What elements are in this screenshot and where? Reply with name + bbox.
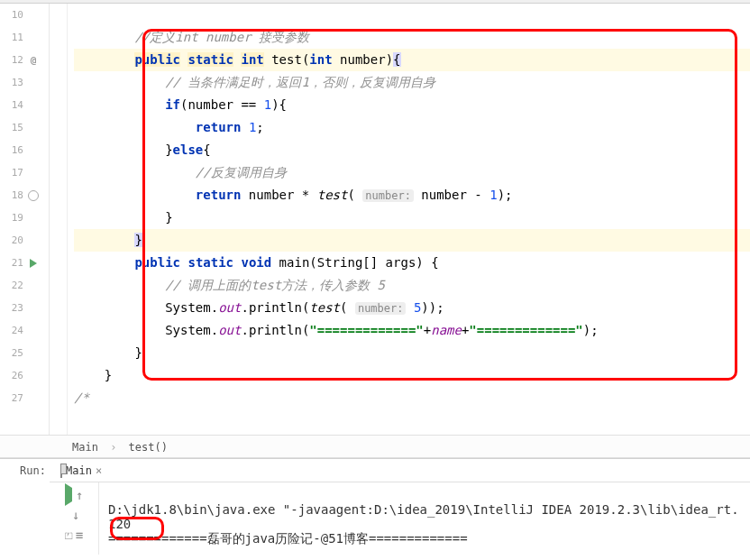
code-line[interactable]: /*: [74, 387, 750, 409]
run-toolbar: ↑ ↓ ⏍ ≡: [50, 482, 99, 555]
line-number: 20: [5, 229, 23, 252]
code-line[interactable]: if(number == 1){: [74, 94, 750, 116]
line-number: 21: [5, 252, 23, 274]
code-line[interactable]: public static int test(int number){: [74, 49, 750, 71]
line-number: 23: [5, 297, 23, 319]
line-number: 27: [5, 387, 23, 409]
code-line[interactable]: }: [74, 207, 750, 229]
override-icon[interactable]: @: [27, 49, 40, 71]
code-line[interactable]: //定义int number 接受参数: [74, 26, 750, 49]
run-tab-label: Main: [66, 464, 92, 477]
code-line[interactable]: }: [74, 364, 750, 387]
code-line[interactable]: return 1;: [74, 116, 750, 139]
editor-container: 10 11 12@ 13 14 15 16 17 18 19 20 21 22 …: [0, 4, 750, 435]
gutter: 10 11 12@ 13 14 15 16 17 18 19 20 21 22 …: [0, 4, 50, 435]
run-gutter-icon[interactable]: [27, 259, 40, 268]
breadcrumb[interactable]: Main › test(): [0, 435, 750, 458]
line-number: 24: [5, 319, 23, 342]
run-panel: Run: Main × ↑ ↓ ⏍ ≡: [0, 458, 750, 557]
code-line[interactable]: [74, 4, 750, 26]
line-number: 15: [5, 116, 23, 139]
line-number: 13: [5, 71, 23, 94]
line-number: 12: [5, 49, 23, 71]
run-panel-label: Run:: [0, 459, 50, 557]
line-number: 26: [5, 364, 23, 387]
close-icon[interactable]: ×: [96, 464, 102, 477]
line-number: 25: [5, 342, 23, 364]
console-line: =============磊哥的java历险记-@51博客===========…: [108, 531, 468, 546]
run-console[interactable]: D:\jdk1.8\bin\java.exe "-javaagent:D:\id…: [99, 482, 750, 555]
line-number: 17: [5, 161, 23, 184]
rerun-icon[interactable]: [65, 488, 72, 502]
scroll-down-icon[interactable]: ↓: [72, 508, 79, 522]
console-line: D:\jdk1.8\bin\java.exe "-javaagent:D:\id…: [108, 502, 739, 517]
layout-icon: [60, 464, 62, 477]
breadcrumb-item[interactable]: Main: [72, 441, 98, 454]
code-line[interactable]: // 当条件满足时，返回1，否则，反复调用自身: [74, 71, 750, 94]
fold-margin[interactable]: [50, 4, 68, 435]
console-line: 120: [108, 517, 131, 531]
wrap-icon[interactable]: ≡: [76, 528, 83, 542]
code-line[interactable]: return number * test( number: number - 1…: [74, 184, 750, 207]
run-tab-header: Main ×: [50, 459, 750, 482]
breadcrumb-item[interactable]: test(): [129, 441, 168, 454]
code-area[interactable]: //定义int number 接受参数 public static int te…: [50, 4, 750, 435]
scroll-up-icon[interactable]: ↑: [76, 488, 83, 502]
line-number: 22: [5, 274, 23, 297]
code-line[interactable]: // 调用上面的test方法，传入参数 5: [74, 274, 750, 297]
code-line[interactable]: System.out.println(test( number: 5));: [74, 297, 750, 319]
code-line[interactable]: public static void main(String[] args) {: [74, 252, 750, 274]
line-number: 16: [5, 139, 23, 161]
line-number: 18: [5, 184, 23, 207]
recursive-call-icon[interactable]: [27, 190, 40, 201]
code-line[interactable]: }else{: [74, 139, 750, 161]
line-number: 10: [5, 4, 23, 26]
run-tab[interactable]: Main ×: [57, 464, 105, 477]
line-number: 11: [5, 26, 23, 49]
breadcrumb-separator: ›: [110, 441, 116, 454]
code-line[interactable]: }: [74, 229, 750, 252]
line-number: 19: [5, 207, 23, 229]
code-line[interactable]: }: [74, 342, 750, 364]
code-line[interactable]: //反复调用自身: [74, 161, 750, 184]
line-number: 14: [5, 94, 23, 116]
export-icon[interactable]: ⏍: [65, 528, 72, 542]
code-line[interactable]: System.out.println("============="+name+…: [74, 319, 750, 342]
